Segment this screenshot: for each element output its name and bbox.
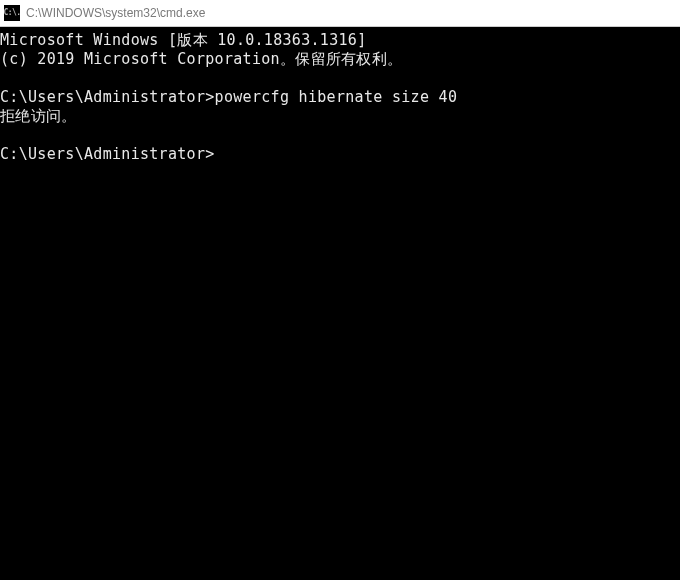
terminal-area[interactable]: Microsoft Windows [版本 10.0.18363.1316] (…	[0, 27, 680, 580]
prompt-line-2: C:\Users\Administrator>	[0, 145, 680, 164]
cursor	[215, 145, 223, 161]
version-line: Microsoft Windows [版本 10.0.18363.1316]	[0, 31, 680, 50]
window-title: C:\WINDOWS\system32\cmd.exe	[26, 6, 205, 20]
copyright-line: (c) 2019 Microsoft Corporation。保留所有权利。	[0, 50, 680, 69]
output-line: 拒绝访问。	[0, 107, 680, 126]
prompt-path: C:\Users\Administrator>	[0, 145, 215, 164]
cmd-icon: C:\.	[4, 5, 20, 21]
blank-line	[0, 126, 680, 145]
cmd-icon-text: C:\.	[3, 9, 20, 17]
prompt-line-1: C:\Users\Administrator>powercfg hibernat…	[0, 88, 680, 107]
command-text: powercfg hibernate size 40	[215, 88, 458, 107]
prompt-path: C:\Users\Administrator>	[0, 88, 215, 107]
blank-line	[0, 69, 680, 88]
window-titlebar[interactable]: C:\. C:\WINDOWS\system32\cmd.exe	[0, 0, 680, 27]
